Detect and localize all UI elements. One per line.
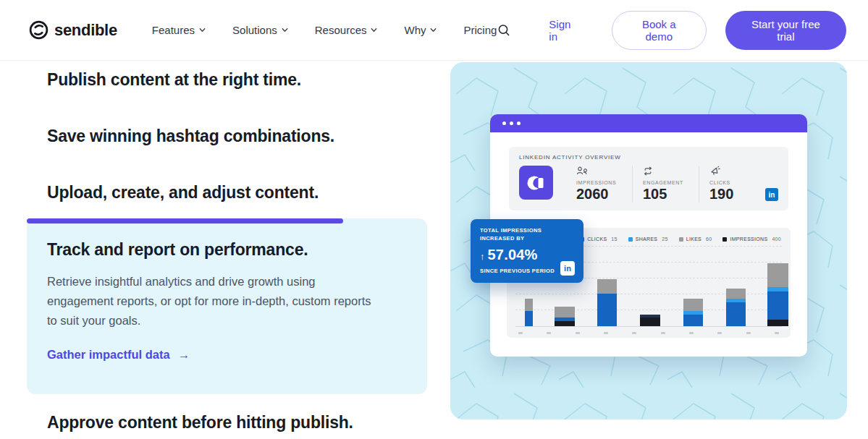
- legend-item-impressions: IMPRESSIONS 400: [722, 236, 781, 242]
- sendible-landing-page: sendible Features Solutions Resources Wh…: [0, 0, 868, 439]
- window-title-bar: [490, 114, 807, 132]
- highlight-value: 57.04%: [488, 247, 538, 263]
- window-dot: [502, 122, 506, 125]
- illustration-panel: LINKEDIN ACTIVITY OVERVIEW: [450, 62, 847, 419]
- nav-item-pricing[interactable]: Pricing: [463, 24, 497, 36]
- accordion-progress-bar: [27, 218, 343, 223]
- nav-item-label: Features: [152, 24, 195, 36]
- stat-value: 2060: [576, 186, 632, 203]
- stat-label: IMPRESSIONS: [576, 180, 632, 185]
- logo-wordmark: sendible: [54, 21, 117, 40]
- chevron-down-icon: [198, 26, 206, 34]
- window-dot: [517, 122, 521, 125]
- main-nav: Features Solutions Resources Why Pricing: [152, 24, 497, 36]
- nav-item-label: Why: [404, 24, 426, 36]
- total-impressions-highlight-card: TOTAL IMPRESSIONS INCREASED BY ↑ 57.04% …: [471, 219, 583, 283]
- linkedin-icon: in: [765, 188, 778, 201]
- chart-legend: CLICKS 15 SHARES 25 LIKES 60: [580, 236, 781, 242]
- highlight-heading-line2: INCREASED BY: [480, 235, 575, 243]
- chart-bar: [640, 315, 660, 326]
- linkedin-activity-overview-card: LINKEDIN ACTIVITY OVERVIEW: [509, 147, 788, 210]
- legend-label: IMPRESSIONS: [730, 236, 767, 242]
- x-tick-mark: [576, 332, 580, 334]
- nav-item-why[interactable]: Why: [404, 24, 437, 36]
- stat-label: CLICKS: [709, 180, 765, 185]
- nav-item-label: Solutions: [232, 24, 277, 36]
- sendible-logo-icon: [29, 20, 49, 40]
- profile-avatar: [519, 166, 553, 200]
- legend-item-shares: SHARES 25: [628, 236, 668, 242]
- chart-bar: [597, 279, 617, 326]
- nav-item-resources[interactable]: Resources: [315, 24, 379, 36]
- legend-item-clicks: CLICKS 15: [580, 236, 617, 242]
- gather-data-link[interactable]: Gather impactful data →: [47, 348, 405, 362]
- megaphone-icon: [709, 166, 720, 176]
- stat-clicks: CLICKS 190: [699, 166, 765, 203]
- x-ticks: [518, 332, 779, 334]
- window-dot: [510, 122, 513, 125]
- legend-swatch: [679, 237, 683, 242]
- active-feature-card: Track and report on performance. Retriev…: [27, 218, 427, 394]
- stat-impressions: IMPRESSIONS 2060: [566, 166, 632, 203]
- feature-item-upload[interactable]: Upload, create, and adjust content.: [47, 183, 424, 203]
- overview-card-title: LINKEDIN ACTIVITY OVERVIEW: [519, 154, 778, 161]
- x-tick-mark: [604, 332, 608, 334]
- stat-engagement: ENGAGEMENT 105: [632, 166, 699, 203]
- overview-stats-row: IMPRESSIONS 2060 ENGAGEMENT 105: [519, 166, 778, 203]
- legend-value: 25: [662, 236, 667, 242]
- arrow-up-icon: ↑: [480, 251, 485, 262]
- legend-swatch: [722, 237, 727, 242]
- chart-bar: [525, 299, 533, 326]
- x-tick-mark: [689, 332, 694, 334]
- chevron-down-icon: [281, 26, 289, 34]
- top-navigation-bar: sendible Features Solutions Resources Wh…: [0, 0, 868, 61]
- users-icon: [576, 166, 587, 176]
- x-tick-mark: [775, 332, 779, 334]
- stat-value: 105: [643, 186, 699, 203]
- nav-item-label: Pricing: [463, 24, 497, 36]
- repeat-icon: [643, 166, 653, 176]
- legend-value: 60: [706, 236, 712, 242]
- legend-value: 400: [772, 236, 781, 242]
- x-tick-mark: [547, 332, 551, 334]
- legend-label: CLICKS: [587, 236, 607, 242]
- nav-item-solutions[interactable]: Solutions: [232, 24, 289, 36]
- start-free-trial-button[interactable]: Start your free trial: [725, 11, 846, 50]
- x-tick-mark: [518, 332, 523, 334]
- chart-bar: [726, 289, 746, 326]
- chart-bar: [555, 307, 575, 326]
- legend-value: 15: [611, 236, 617, 242]
- chevron-down-icon: [370, 26, 378, 34]
- linkedin-icon: in: [560, 261, 575, 276]
- feature-item-hashtags[interactable]: Save winning hashtag combinations.: [47, 127, 424, 146]
- x-tick-mark: [746, 332, 751, 334]
- chevron-down-icon: [429, 26, 437, 34]
- arrow-right-icon: →: [178, 348, 190, 362]
- feature-item-approve[interactable]: Approve content before hitting publish.: [47, 413, 424, 432]
- feature-item-publish[interactable]: Publish content at the right time.: [47, 70, 424, 90]
- x-tick-mark: [717, 332, 722, 334]
- highlight-heading-line1: TOTAL IMPRESSIONS: [480, 227, 575, 235]
- x-tick-mark: [661, 332, 665, 334]
- sendible-logo[interactable]: sendible: [29, 20, 117, 40]
- legend-swatch: [628, 237, 633, 242]
- legend-item-likes: LIKES 60: [679, 236, 712, 242]
- book-demo-button[interactable]: Book a demo: [612, 11, 707, 50]
- nav-item-label: Resources: [315, 24, 367, 36]
- highlight-value-row: ↑ 57.04%: [480, 247, 575, 263]
- legend-label: SHARES: [636, 236, 658, 242]
- search-icon[interactable]: [497, 23, 511, 38]
- chart-bar: [683, 299, 703, 326]
- chart-bar: [767, 263, 788, 326]
- gather-data-link-label: Gather impactful data: [47, 348, 170, 362]
- nav-item-features[interactable]: Features: [152, 24, 206, 36]
- stat-label: ENGAGEMENT: [643, 180, 699, 185]
- active-feature-title: Track and report on performance.: [47, 240, 405, 260]
- x-tick-mark: [632, 332, 636, 334]
- active-feature-description: Retrieve insightful analytics and drive …: [47, 272, 374, 331]
- stat-value: 190: [709, 186, 765, 203]
- sign-in-link[interactable]: Sign in: [549, 18, 581, 43]
- legend-label: LIKES: [686, 236, 701, 242]
